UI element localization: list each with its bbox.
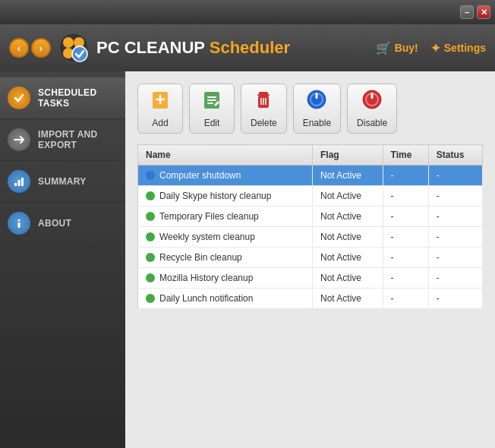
task-flag: Not Active: [313, 207, 383, 227]
import-export-icon: [8, 128, 30, 151]
task-name: Computer shutdown: [159, 170, 241, 181]
nav-arrows: ‹ ›: [9, 38, 51, 58]
sidebar-item-about[interactable]: ABOUT: [0, 203, 125, 245]
task-time: -: [383, 227, 428, 248]
task-bullet-icon: [146, 232, 155, 241]
task-name: Temporary Files cleanup: [159, 211, 259, 222]
task-name-cell: Recycle Bin cleanup: [138, 248, 313, 268]
task-name: Mozilla History cleanup: [159, 273, 253, 283]
sidebar-item-about-label: ABOUT: [38, 218, 71, 229]
app-header: ‹ › PC CLEANUP Scheduler 🛒 Buy!: [0, 24, 495, 71]
sidebar-item-scheduled-tasks-label: SCHEDULED TASKS: [38, 87, 118, 109]
task-name: Weekly system cleanup: [159, 232, 255, 242]
svg-point-5: [72, 46, 87, 62]
app-title: PC CLEANUP Scheduler: [96, 38, 290, 58]
task-status: -: [428, 227, 482, 248]
task-flag: Not Active: [313, 248, 383, 268]
svg-point-9: [18, 219, 20, 222]
add-button[interactable]: Add: [137, 84, 183, 134]
app-title-pc: PC: [96, 38, 125, 57]
edit-button[interactable]: Edit: [189, 84, 235, 134]
delete-icon: [253, 89, 274, 115]
table-row[interactable]: Computer shutdownNot Active--: [138, 166, 483, 186]
task-time: -: [383, 248, 428, 268]
task-name: Recycle Bin cleanup: [159, 252, 242, 263]
task-name-cell: Daily Lunch notification: [138, 289, 313, 309]
svg-rect-10: [18, 222, 20, 228]
task-bullet-icon: [146, 212, 155, 221]
minimize-button[interactable]: –: [460, 5, 474, 19]
task-name: Daily Skype history cleanup: [159, 191, 271, 201]
edit-icon: [201, 89, 222, 115]
col-flag: Flag: [313, 145, 383, 166]
task-name-cell: Daily Skype history cleanup: [138, 186, 313, 207]
table-row[interactable]: Mozilla History cleanupNot Active--: [138, 268, 483, 289]
titlebar: – ✕: [0, 0, 495, 24]
task-bullet-icon: [146, 191, 155, 200]
task-flag: Not Active: [313, 166, 383, 186]
table-row[interactable]: Recycle Bin cleanupNot Active--: [138, 248, 483, 268]
forward-button[interactable]: ›: [31, 38, 51, 58]
scheduled-tasks-icon: [8, 87, 30, 109]
col-status: Status: [428, 145, 482, 166]
col-name: Name: [138, 145, 313, 166]
svg-rect-19: [259, 92, 268, 94]
buy-button[interactable]: 🛒 Buy!: [376, 41, 418, 55]
settings-label: Settings: [444, 42, 486, 54]
task-flag: Not Active: [313, 289, 383, 309]
task-time: -: [383, 186, 428, 207]
task-name: Daily Lunch notification: [159, 293, 253, 304]
task-time: -: [383, 166, 428, 186]
task-time: -: [383, 268, 428, 289]
sidebar-item-import-export-label: IMPORT AND EXPORT: [38, 129, 118, 150]
task-status: -: [428, 289, 482, 309]
task-name-cell: Computer shutdown: [138, 166, 313, 186]
task-time: -: [383, 289, 428, 309]
content-area: Add Edit: [125, 71, 495, 448]
close-button[interactable]: ✕: [477, 5, 490, 19]
settings-button[interactable]: ✦ Settings: [430, 41, 486, 55]
buy-label: Buy!: [395, 42, 418, 54]
add-icon: [150, 89, 171, 115]
sidebar-item-import-export[interactable]: IMPORT AND EXPORT: [0, 119, 125, 161]
sidebar: SCHEDULED TASKS IMPORT AND EXPORT SUMMAR…: [0, 71, 125, 448]
header-left: ‹ › PC CLEANUP Scheduler: [9, 33, 290, 63]
enable-label: Enable: [303, 118, 331, 128]
header-right: 🛒 Buy! ✦ Settings: [376, 41, 486, 55]
summary-icon: [8, 170, 30, 193]
task-status: -: [428, 166, 482, 186]
disable-button[interactable]: Disable: [347, 84, 397, 134]
table-row[interactable]: Daily Lunch notificationNot Active--: [138, 289, 483, 309]
sidebar-item-summary[interactable]: SUMMARY: [0, 161, 125, 203]
svg-rect-8: [21, 178, 24, 186]
task-flag: Not Active: [313, 268, 383, 289]
task-status: -: [428, 248, 482, 268]
task-bullet-icon: [146, 171, 155, 180]
task-name-cell: Temporary Files cleanup: [138, 207, 313, 227]
enable-icon: [306, 89, 327, 115]
settings-icon: ✦: [430, 41, 440, 55]
svg-point-1: [63, 37, 74, 48]
task-time: -: [383, 207, 428, 227]
sidebar-item-scheduled-tasks[interactable]: SCHEDULED TASKS: [0, 77, 125, 119]
task-status: -: [428, 207, 482, 227]
task-table: Name Flag Time Status Computer shutdownN…: [137, 144, 483, 309]
table-row[interactable]: Weekly system cleanupNot Active--: [138, 227, 483, 248]
task-bullet-icon: [146, 294, 155, 303]
cart-icon: 🛒: [376, 41, 391, 55]
disable-icon: [361, 89, 383, 115]
enable-button[interactable]: Enable: [293, 84, 341, 134]
task-name-cell: Weekly system cleanup: [138, 227, 313, 248]
svg-rect-6: [14, 183, 17, 186]
back-button[interactable]: ‹: [9, 38, 29, 58]
sidebar-item-summary-label: SUMMARY: [38, 176, 87, 187]
table-row[interactable]: Temporary Files cleanupNot Active--: [138, 207, 483, 227]
table-row[interactable]: Daily Skype history cleanupNot Active--: [138, 186, 483, 207]
task-flag: Not Active: [313, 186, 383, 207]
task-bullet-icon: [146, 273, 155, 282]
delete-button[interactable]: Delete: [241, 84, 287, 134]
about-icon: [8, 212, 30, 235]
svg-rect-30: [371, 93, 374, 99]
task-status: -: [428, 186, 482, 207]
edit-label: Edit: [204, 118, 220, 128]
